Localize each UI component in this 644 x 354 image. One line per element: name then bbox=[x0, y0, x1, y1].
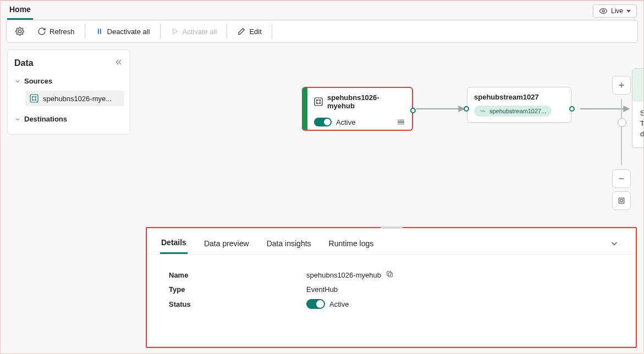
node-menu-button[interactable] bbox=[397, 119, 405, 126]
minus-icon bbox=[617, 174, 626, 183]
resize-handle[interactable] bbox=[381, 226, 403, 229]
svg-rect-12 bbox=[619, 198, 624, 203]
refresh-icon bbox=[37, 27, 46, 36]
svg-rect-1 bbox=[30, 95, 38, 102]
pause-icon bbox=[95, 27, 104, 36]
stream-icon bbox=[480, 108, 486, 114]
data-panel: Data Sources spehubns1026-mye... Destina… bbox=[7, 49, 130, 135]
detail-label-name: Name bbox=[169, 271, 306, 279]
tab-home[interactable]: Home bbox=[7, 2, 33, 20]
play-icon bbox=[170, 27, 179, 36]
destination-hint-text: Switch to edit mode to Transform event o… bbox=[640, 108, 644, 140]
tab-runtime-logs[interactable]: Runtime logs bbox=[328, 236, 375, 253]
detail-value-name: spehubns1026-myehub bbox=[306, 271, 381, 279]
source-item[interactable]: spehubns1026-mye... bbox=[25, 91, 124, 106]
zoom-slider[interactable] bbox=[621, 99, 622, 165]
source-node-title: spehubns1026-myehub bbox=[327, 93, 405, 110]
node-source[interactable]: spehubns1026-myehub Active bbox=[302, 87, 413, 131]
svg-point-0 bbox=[602, 10, 604, 12]
live-mode-dropdown[interactable]: Live bbox=[593, 4, 637, 18]
refresh-label: Refresh bbox=[49, 27, 75, 36]
edit-button[interactable]: Edit bbox=[232, 24, 267, 39]
output-port[interactable] bbox=[410, 108, 416, 113]
stream-chip[interactable]: spehubstream1027... bbox=[474, 106, 552, 117]
destinations-label: Destinations bbox=[24, 115, 67, 123]
refresh-button[interactable]: Refresh bbox=[32, 24, 80, 39]
copy-icon bbox=[386, 270, 394, 278]
stream-node-title: spehubstream1027 bbox=[474, 93, 564, 101]
svg-rect-14 bbox=[388, 273, 393, 277]
activate-all-label: Activate all bbox=[183, 27, 217, 36]
separator bbox=[160, 24, 161, 38]
live-label: Live bbox=[611, 7, 623, 15]
details-panel: Details Data preview Data insights Runti… bbox=[146, 227, 637, 348]
source-status-label: Active bbox=[336, 118, 355, 126]
source-active-toggle[interactable] bbox=[314, 118, 332, 126]
data-panel-title: Data bbox=[14, 58, 34, 68]
zoom-out-button[interactable] bbox=[612, 169, 631, 188]
svg-rect-15 bbox=[387, 272, 391, 276]
detail-value-type: EventHub bbox=[306, 285, 338, 294]
tab-data-preview[interactable]: Data preview bbox=[203, 236, 250, 253]
zoom-control bbox=[612, 76, 631, 210]
separator bbox=[85, 24, 85, 38]
edit-icon bbox=[237, 27, 246, 36]
deactivate-all-label: Deactivate all bbox=[107, 27, 150, 36]
tab-details[interactable]: Details bbox=[160, 235, 188, 254]
separator bbox=[272, 24, 272, 38]
collapse-panel-button[interactable] bbox=[114, 58, 123, 68]
copy-button[interactable] bbox=[386, 270, 394, 280]
svg-rect-13 bbox=[620, 200, 623, 202]
input-port[interactable] bbox=[464, 106, 469, 112]
detail-value-status: Active bbox=[329, 300, 349, 308]
plus-icon bbox=[617, 81, 626, 90]
sources-label: Sources bbox=[24, 77, 52, 85]
zoom-in-button[interactable] bbox=[612, 76, 631, 95]
node-stream[interactable]: spehubstream1027 spehubstream1027... bbox=[467, 87, 571, 123]
deactivate-all-button[interactable]: Deactivate all bbox=[90, 24, 156, 39]
edit-label: Edit bbox=[249, 27, 261, 36]
fit-icon bbox=[617, 196, 626, 205]
collapse-details-button[interactable] bbox=[606, 236, 623, 252]
status-strip bbox=[302, 88, 307, 130]
output-port[interactable] bbox=[569, 106, 575, 112]
eventhub-icon bbox=[314, 97, 323, 106]
tree-group-destinations[interactable]: Destinations bbox=[13, 112, 124, 126]
fit-screen-button[interactable] bbox=[612, 191, 631, 210]
stream-chip-label: spehubstream1027... bbox=[489, 108, 546, 114]
separator bbox=[227, 24, 227, 38]
svg-rect-6 bbox=[315, 98, 322, 106]
activate-all-button: Activate all bbox=[165, 24, 223, 39]
tree-group-sources[interactable]: Sources bbox=[13, 74, 124, 88]
tab-data-insights[interactable]: Data insights bbox=[266, 236, 312, 253]
eventhub-icon bbox=[30, 94, 38, 103]
chevron-down-icon bbox=[609, 239, 619, 248]
chevron-double-left-icon bbox=[114, 58, 123, 67]
chevron-down-icon bbox=[14, 116, 21, 123]
source-item-label: spehubns1026-mye... bbox=[43, 95, 112, 103]
settings-button[interactable] bbox=[10, 24, 30, 39]
status-toggle[interactable] bbox=[306, 299, 325, 309]
chevron-down-icon bbox=[14, 78, 21, 85]
node-destination-hint[interactable]: / Switch to edit mode to Transform event… bbox=[632, 68, 644, 148]
gear-icon bbox=[15, 27, 24, 36]
chevron-down-icon bbox=[626, 10, 631, 13]
eye-icon bbox=[599, 7, 608, 15]
toolbar: Refresh Deactivate all Activate all Edit bbox=[6, 20, 638, 43]
detail-label-type: Type bbox=[169, 285, 306, 294]
detail-label-status: Status bbox=[169, 300, 306, 308]
